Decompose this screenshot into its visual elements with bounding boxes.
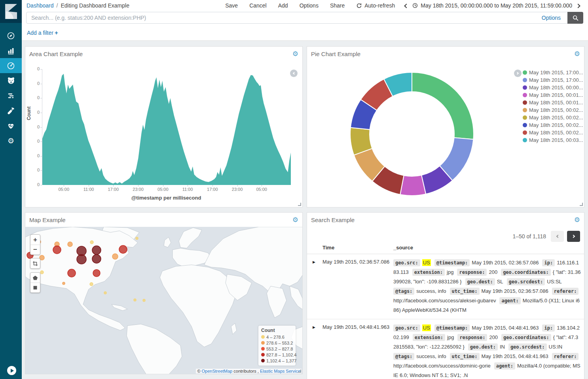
zoom-out-button[interactable]: − xyxy=(30,245,40,255)
gear-icon[interactable] xyxy=(292,217,298,223)
legend-color-dot xyxy=(261,341,265,345)
search-panel-header: Search Example xyxy=(307,213,584,227)
legend-item[interactable]: May 18th 2015, 17:00... xyxy=(523,76,583,84)
x-tick-mark xyxy=(262,185,262,187)
y-tick-label: 0 xyxy=(25,124,40,129)
legend-item[interactable]: May 18th 2015, 00:01... xyxy=(523,99,583,106)
pie-slice[interactable] xyxy=(400,175,426,196)
field-value: May 19th 2015, 02:36:57.086 xyxy=(482,288,548,294)
nav-action-cancel[interactable]: Cancel xyxy=(249,2,267,9)
gear-icon[interactable] xyxy=(574,51,580,57)
next-page-button[interactable] xyxy=(567,231,580,242)
openstreetmap-link[interactable]: OpenStreetMap xyxy=(202,369,233,373)
geo-count-dot[interactable] xyxy=(77,255,86,264)
sidebar-item-dashboard[interactable] xyxy=(0,58,22,73)
legend-item[interactable]: May 19th 2015, 17:00... xyxy=(523,69,583,76)
geo-count-dot[interactable] xyxy=(40,271,44,274)
pie-slice[interactable] xyxy=(412,72,474,140)
kibana-logo[interactable] xyxy=(0,0,22,23)
refresh-icon xyxy=(356,3,362,9)
geo-count-dot[interactable] xyxy=(90,283,93,286)
area-chart-plot[interactable] xyxy=(42,69,290,185)
legend-toggle-button[interactable] xyxy=(290,70,298,77)
geo-count-dot[interactable] xyxy=(143,299,145,302)
map-legend-row: 278.6 – 553.2 xyxy=(261,340,293,346)
legend-item[interactable]: May 18th 2015, 00:03... xyxy=(523,136,583,144)
pagination: 1–50 of 1,118 xyxy=(512,231,580,242)
polygon-tool-button[interactable] xyxy=(30,273,40,283)
expand-caret-icon[interactable] xyxy=(313,323,322,379)
geo-count-dot[interactable] xyxy=(92,255,101,263)
legend-item[interactable]: May 18th 2015, 00:02... xyxy=(523,121,583,129)
legend-range-label: 4 – 278.6 xyxy=(266,335,285,339)
geo-count-dot[interactable] xyxy=(104,292,106,294)
legend-item[interactable]: May 18th 2015, 00:02... xyxy=(523,129,583,136)
field-value: US:IN xyxy=(549,344,563,350)
geo-count-dot[interactable] xyxy=(68,242,72,247)
add-filter-link[interactable]: Add a filter+ xyxy=(27,29,58,36)
time-next-button[interactable] xyxy=(574,2,582,9)
geo-count-dot[interactable] xyxy=(134,299,136,301)
field-key-badge: geo.coordinates: xyxy=(501,269,551,276)
breadcrumb-dashboard-link[interactable]: Dashboard xyxy=(27,2,54,9)
field-value: May 19th 2015, 04:48:41.963 xyxy=(472,325,539,331)
geo-count-dot[interactable] xyxy=(63,282,65,285)
row-source: geo.src:US@timestamp:May 19th 2015, 04:4… xyxy=(393,323,581,379)
row-time: May 19th 2015, 02:36:57.086 xyxy=(322,258,393,315)
search-panel-body: 1–50 of 1,118 Time _source May 19th 2015… xyxy=(307,227,584,379)
geo-count-dot[interactable] xyxy=(119,245,127,253)
field-key-badge: response: xyxy=(457,269,487,276)
sidebar-item-management[interactable] xyxy=(0,103,22,118)
sidebar-item-visualize[interactable] xyxy=(0,43,22,58)
legend-item[interactable]: May 18th 2015, 00:00... xyxy=(523,84,583,91)
nav-action-options[interactable]: Options xyxy=(300,2,319,9)
geo-count-dot[interactable] xyxy=(112,254,118,259)
sidebar-item-monitoring[interactable] xyxy=(0,118,22,133)
geo-count-dot[interactable] xyxy=(136,237,138,239)
resize-handle[interactable] xyxy=(298,203,301,206)
gear-icon[interactable] xyxy=(574,217,580,223)
resize-handle[interactable] xyxy=(580,203,583,206)
fit-bounds-button[interactable] xyxy=(30,258,40,268)
gear-icon[interactable] xyxy=(292,51,298,57)
sidebar-item-discover[interactable] xyxy=(0,28,22,43)
time-prev-button[interactable] xyxy=(402,2,411,9)
search-button[interactable] xyxy=(567,12,583,24)
legend-item[interactable]: May 18th 2015, 00:02... xyxy=(523,106,583,114)
nav-action-save[interactable]: Save xyxy=(225,2,238,9)
sidebar-item-settings[interactable]: ⚙ xyxy=(0,133,22,148)
wrench-icon xyxy=(7,107,15,115)
time-range-button[interactable]: May 18th 2015, 00:00:00.000 to May 20th … xyxy=(412,2,572,9)
map-legend-row: 827.8 – 1,102.4 xyxy=(261,352,293,358)
area-panel-title: Area Chart Example xyxy=(29,51,83,57)
legend-item[interactable]: May 18th 2015, 00:01... xyxy=(523,91,583,99)
nav-action-add[interactable]: Add xyxy=(278,2,288,9)
search-input[interactable] xyxy=(27,15,539,21)
resize-handle[interactable] xyxy=(298,370,301,373)
sidebar-collapse-button[interactable] xyxy=(7,366,16,375)
sidebar-item-dev-tools[interactable] xyxy=(0,88,22,103)
prev-page-button[interactable] xyxy=(551,231,564,242)
geo-count-dot[interactable] xyxy=(68,269,76,277)
search-options-link[interactable]: Options xyxy=(542,15,561,21)
map-canvas[interactable]: + − xyxy=(25,227,302,374)
legend-toggle-button[interactable] xyxy=(514,70,522,77)
nav-action-share[interactable]: Share xyxy=(330,2,345,9)
geo-count-dot[interactable] xyxy=(53,246,61,254)
zoom-in-button[interactable]: + xyxy=(30,235,40,245)
field-key-badge: @timestamp: xyxy=(434,259,470,266)
legend-item[interactable]: May 18th 2015, 00:02... xyxy=(523,114,583,121)
geo-count-dot[interactable] xyxy=(93,270,100,277)
field-key-badge: geo.srcdest: xyxy=(508,343,547,351)
expand-caret-icon[interactable] xyxy=(313,258,322,315)
sidebar-item-timelion[interactable] xyxy=(0,73,22,88)
elastic-maps-service-link[interactable]: Elastic Maps Service xyxy=(260,369,300,373)
legend-color-dot xyxy=(261,353,265,356)
geo-count-dot[interactable] xyxy=(92,246,101,255)
panel-map: Map Example xyxy=(25,212,303,374)
x-tick-mark xyxy=(138,185,138,187)
auto-refresh-button[interactable]: Auto-refresh xyxy=(356,2,395,9)
rectangle-tool-button[interactable] xyxy=(30,283,40,292)
field-value: success, info xyxy=(416,288,446,294)
geo-count-dot[interactable] xyxy=(90,241,93,244)
